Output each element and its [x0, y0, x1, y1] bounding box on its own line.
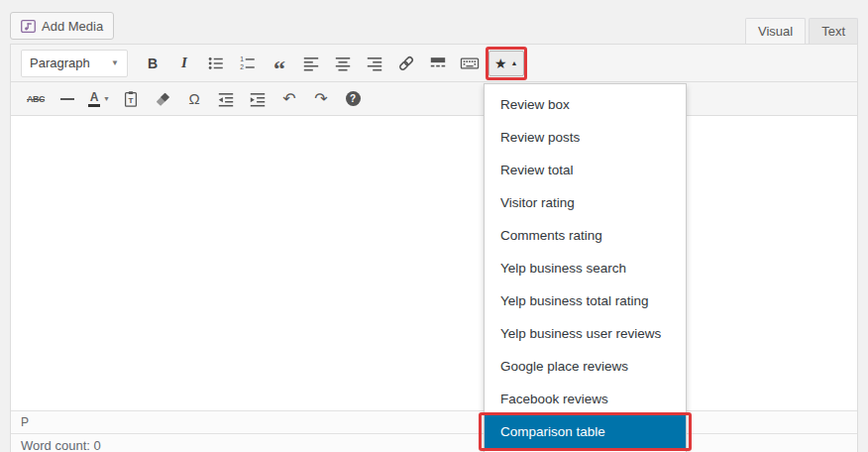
- paste-as-text-button[interactable]: T: [118, 86, 144, 112]
- svg-text:2: 2: [240, 63, 244, 70]
- chevron-down-icon: ▼: [103, 95, 110, 102]
- menu-item-comparison-table[interactable]: Comparison table: [485, 415, 686, 448]
- editor-content-area[interactable]: [11, 116, 857, 410]
- menu-item-review-total[interactable]: Review total: [485, 154, 686, 186]
- menu-item-yelp-business-user-reviews[interactable]: Yelp business user reviews: [485, 317, 686, 350]
- element-path-label[interactable]: P: [21, 415, 29, 429]
- toolbar-row-2: ABC A ▼ T: [11, 82, 857, 116]
- media-icon: [21, 20, 36, 33]
- strikethrough-button[interactable]: ABC: [23, 86, 49, 112]
- keyboard-icon: [460, 55, 480, 72]
- horizontal-rule-button[interactable]: [54, 86, 80, 112]
- menu-item-visitor-rating[interactable]: Visitor rating: [485, 186, 686, 219]
- read-more-button[interactable]: [425, 51, 451, 76]
- bullet-list-button[interactable]: [203, 51, 229, 76]
- menu-item-facebook-reviews[interactable]: Facebook reviews: [485, 383, 686, 415]
- classic-editor: Paragraph ▼ B I 1 2: [10, 44, 858, 452]
- blockquote-icon: “: [273, 54, 285, 73]
- italic-button[interactable]: I: [171, 51, 197, 76]
- toolbar-toggle-button[interactable]: [457, 51, 483, 76]
- link-button[interactable]: [393, 51, 419, 76]
- tab-text[interactable]: Text: [809, 18, 858, 44]
- text-color-icon: A: [88, 91, 100, 107]
- omega-icon: Ω: [188, 90, 199, 107]
- menu-item-review-posts[interactable]: Review posts: [485, 121, 686, 154]
- redo-button[interactable]: ↷: [308, 86, 334, 112]
- add-media-button[interactable]: Add Media: [10, 12, 114, 40]
- statusbar-element-path: P: [11, 410, 857, 433]
- indent-button[interactable]: [245, 86, 271, 112]
- align-left-icon: [302, 55, 320, 72]
- editor-header: Add Media Visual Text: [10, 8, 858, 44]
- strikethrough-icon: ABC: [27, 94, 45, 104]
- clear-formatting-button[interactable]: [150, 86, 175, 112]
- add-media-label: Add Media: [42, 19, 103, 34]
- chevron-down-icon: ▼: [111, 58, 119, 67]
- menu-item-label: Comparison table: [500, 424, 605, 439]
- italic-icon: I: [181, 55, 187, 71]
- editor-mode-tabs: Visual Text: [742, 18, 858, 44]
- chevron-up-icon: ▲: [511, 59, 518, 66]
- indent-icon: [249, 90, 267, 108]
- help-icon: ?: [346, 91, 361, 106]
- link-icon: [397, 55, 415, 72]
- undo-button[interactable]: ↶: [276, 86, 302, 112]
- star-icon: ★: [494, 56, 507, 71]
- menu-item-yelp-business-total-rating[interactable]: Yelp business total rating: [485, 284, 686, 317]
- outdent-icon: [217, 90, 235, 108]
- keyboard-shortcuts-button[interactable]: ?: [340, 86, 366, 112]
- align-center-icon: [334, 55, 352, 72]
- reviews-shortcode-menu: Review box Review posts Review total Vis…: [484, 83, 687, 452]
- redo-icon: ↷: [314, 89, 327, 108]
- paragraph-select-value: Paragraph: [30, 56, 90, 70]
- paste-as-text-icon: T: [122, 90, 140, 108]
- menu-item-yelp-business-search[interactable]: Yelp business search: [485, 252, 686, 284]
- menu-item-comments-rating[interactable]: Comments rating: [485, 219, 686, 252]
- align-left-button[interactable]: [298, 51, 324, 76]
- toolbar-row-1: Paragraph ▼ B I 1 2: [11, 45, 857, 82]
- special-character-button[interactable]: Ω: [181, 86, 207, 112]
- align-right-icon: [366, 55, 383, 72]
- word-count-label: Word count: 0: [21, 438, 101, 452]
- paragraph-select[interactable]: Paragraph ▼: [21, 50, 128, 77]
- align-center-button[interactable]: [330, 51, 356, 76]
- horizontal-rule-icon: [60, 98, 74, 100]
- text-color-button[interactable]: A ▼: [86, 86, 112, 112]
- read-more-icon: [429, 55, 447, 72]
- align-right-button[interactable]: [362, 51, 387, 76]
- reviews-shortcode-dropdown-button[interactable]: ★ ▲: [488, 51, 524, 76]
- svg-text:1: 1: [240, 56, 244, 62]
- bold-icon: B: [148, 56, 158, 71]
- svg-text:T: T: [128, 96, 133, 105]
- outdent-button[interactable]: [213, 86, 239, 112]
- statusbar-word-count: Word count: 0: [11, 433, 857, 452]
- tab-visual[interactable]: Visual: [745, 18, 806, 44]
- menu-item-review-box[interactable]: Review box: [485, 88, 686, 121]
- bold-button[interactable]: B: [140, 51, 165, 76]
- numbered-list-button[interactable]: 1 2: [235, 51, 261, 76]
- bullet-list-icon: [207, 55, 225, 72]
- eraser-icon: [154, 90, 171, 108]
- undo-icon: ↶: [282, 89, 295, 108]
- menu-item-google-place-reviews[interactable]: Google place reviews: [485, 350, 686, 383]
- blockquote-button[interactable]: “: [267, 51, 292, 76]
- numbered-list-icon: 1 2: [239, 55, 257, 72]
